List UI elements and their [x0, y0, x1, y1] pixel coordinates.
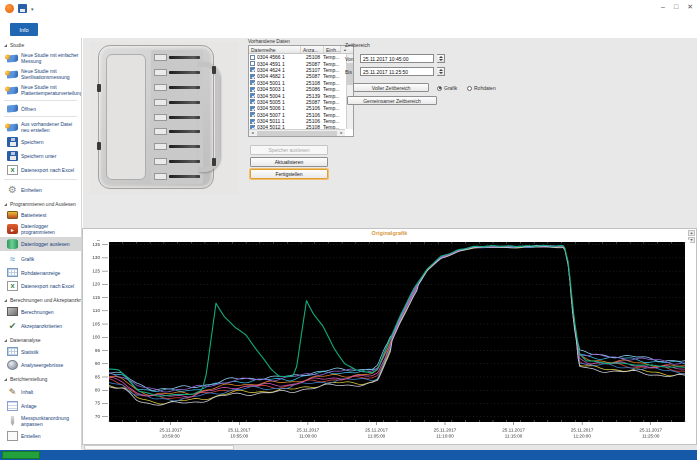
series-name: 0304 4682 1 — [257, 73, 300, 79]
collapse-triangle-icon — [4, 378, 7, 381]
read-memory-button[interactable]: Speicher auslesen — [250, 145, 328, 155]
minimize-button[interactable]: – — [661, 3, 665, 11]
table-row[interactable]: 0304 5005 125087Temp... — [249, 99, 353, 105]
sidebar-item-inhalt[interactable]: ✎Inhalt — [0, 384, 81, 399]
sidebar-item-label: Rohdatenanzeige — [21, 270, 60, 276]
row-checkbox[interactable] — [250, 55, 255, 60]
results-icon — [7, 360, 18, 370]
row-checkbox[interactable] — [250, 106, 255, 111]
quick-access-toolbar: ▾ — [5, 4, 34, 13]
sidebar-item-datenexport-nach-excel[interactable]: XDatenexport nach Excel — [0, 279, 81, 293]
finish-button[interactable]: Fertigstellen — [250, 169, 328, 179]
sidebar-item-label: Datenexport nach Excel — [21, 283, 74, 289]
sidebar-section-header[interactable]: Berechnungen und Akzeptanzkriter... — [0, 293, 81, 305]
row-checkbox[interactable] — [250, 74, 255, 79]
from-label: Von — [345, 56, 357, 62]
row-checkbox[interactable] — [250, 61, 255, 66]
sidebar-item-rohdatenanzeige[interactable]: Rohdatenanzeige — [0, 266, 81, 279]
sidebar-item-grafik[interactable]: ≈Grafik — [0, 251, 81, 266]
scrollbar-thumb[interactable] — [257, 131, 337, 136]
sidebar-section-header[interactable]: Datenanalyse — [0, 333, 81, 345]
sidebar-item-datenlogger-programmieren[interactable]: ▸Datenlogger programmieren — [0, 221, 81, 237]
row-checkbox[interactable] — [250, 87, 255, 92]
sidebar-section-header[interactable]: Studie — [0, 38, 81, 50]
maximize-button[interactable]: □ — [674, 3, 678, 11]
save-icon[interactable] — [18, 4, 27, 13]
column-header-einheit[interactable]: Einh... — [324, 46, 341, 53]
divider — [4, 179, 77, 180]
table-row[interactable]: 0304 4566 125108Temp... — [249, 54, 353, 60]
sidebar-item-neue-studie-mit-sterilisations[interactable]: Neue Studie mit Sterilisationsmessung — [0, 66, 81, 82]
sidebar-item-erstellen[interactable]: Erstellen — [0, 429, 81, 443]
logger-rack — [151, 50, 203, 184]
sidebar-item-label: Messpunktanordnung anpassen — [21, 415, 79, 427]
sidebar-item-batterietest[interactable]: Batterietest — [0, 209, 81, 221]
to-datetime-field[interactable]: 25.11.2017 11:25:50 — [360, 67, 434, 76]
column-header-anzahl[interactable]: Anza... — [301, 46, 324, 53]
refresh-button[interactable]: Aktualisieren — [250, 157, 328, 167]
collapse-triangle-icon — [4, 44, 7, 47]
to-spinner[interactable] — [437, 67, 445, 76]
from-spinner[interactable] — [437, 54, 445, 63]
table-horizontal-scrollbar[interactable]: ◄ ► — [249, 129, 345, 136]
row-checkbox[interactable] — [250, 67, 255, 72]
table-row[interactable]: 0304 4682 125087Temp... — [249, 73, 353, 79]
table-row[interactable]: 0304 4591 125087Temp... — [249, 60, 353, 66]
row-checkbox[interactable] — [250, 99, 255, 104]
row-checkbox[interactable] — [250, 80, 255, 85]
calculations-icon — [7, 307, 18, 316]
sidebar-item-label: Aus vorhandener Datei neu erstellen — [21, 121, 79, 133]
chevron-down-icon[interactable]: ▾ — [31, 6, 34, 12]
full-range-button[interactable]: Voller Zeitbereich — [353, 83, 429, 92]
row-checkbox[interactable] — [250, 93, 255, 98]
table-body: 0304 4566 125108Temp...0304 4591 125087T… — [249, 54, 353, 131]
scroll-right-icon[interactable]: ► — [338, 131, 345, 135]
row-checkbox[interactable] — [250, 112, 255, 117]
radio-grafik[interactable]: Grafik — [437, 85, 457, 91]
radio-rohdaten[interactable]: Rohdaten — [467, 85, 496, 91]
common-range-button[interactable]: Gemeinsamer Zeitbereich — [347, 96, 437, 105]
series-name: 0304 5011 1 — [257, 118, 300, 124]
scroll-left-icon[interactable]: ◄ — [249, 131, 256, 135]
sidebar-item-akzeptanzkriterien[interactable]: ✔Akzeptanzkriterien — [0, 318, 81, 333]
sidebar-item-label: Akzeptanzkriterien — [21, 323, 62, 329]
table-row[interactable]: 0304 5004 125139Temp... — [249, 92, 353, 98]
sidebar-section-header[interactable]: Programmieren und Auslesen — [0, 197, 81, 209]
table-row[interactable]: 0304 5003 125086Temp... — [249, 86, 353, 92]
sidebar-item-datenexport-nach-excel[interactable]: XDatenexport nach Excel — [0, 163, 81, 177]
sidebar-item-einheiten[interactable]: ⚙Einheiten — [0, 182, 81, 197]
sidebar-item-messpunktanordnung-anpassen[interactable]: Messpunktanordnung anpassen — [0, 413, 81, 429]
sidebar-item-aus-vorhandener-datei-neu-erst[interactable]: Aus vorhandener Datei neu erstellen — [0, 119, 81, 135]
logger-slot — [154, 141, 200, 152]
close-button[interactable]: ✕ — [687, 3, 693, 11]
sidebar-item-statistik[interactable]: Statistik — [0, 345, 81, 358]
sidebar-item--ffnen[interactable]: Öffnen — [0, 103, 81, 114]
table-row[interactable]: 0304 5006 125106Temp... — [249, 105, 353, 111]
sidebar-item-berechnungen[interactable]: Berechnungen — [0, 305, 81, 318]
new-study-icon — [7, 54, 18, 62]
slot-connector — [154, 143, 167, 150]
row-checkbox[interactable] — [250, 119, 255, 124]
table-row[interactable]: 0304 5011 125106Temp... — [249, 118, 353, 124]
table-row[interactable]: 0304 5001 125108Temp... — [249, 80, 353, 86]
table-row[interactable]: 0304 4624 125107Temp... — [249, 67, 353, 73]
sidebar-item-speichern-unter[interactable]: Speichern unter — [0, 149, 81, 163]
logger-probe — [169, 116, 200, 119]
sidebar-item-neue-studie-mit-einfacher-mess[interactable]: Neue Studie mit einfacher Messung — [0, 50, 81, 66]
sidebar-item-speichern[interactable]: Speichern — [0, 135, 81, 149]
divider — [4, 100, 77, 101]
sidebar-item-anlage[interactable]: Anlage — [0, 399, 81, 413]
sidebar-item-datenlogger-auslesen[interactable]: Datenlogger auslesen — [0, 237, 81, 251]
sidebar-item-neue-studie-mit-plattentempera[interactable]: Neue Studie mit Plattentemperaturverteil… — [0, 82, 81, 98]
graph-icon: ≈ — [7, 253, 18, 264]
scroll-up-icon[interactable]: ▲ — [688, 230, 695, 236]
column-header-datenreihe[interactable]: Datenreihe — [249, 46, 301, 53]
tab-info[interactable]: Info — [10, 23, 38, 36]
app-logo-icon — [5, 4, 14, 13]
to-label: Bis — [345, 69, 357, 75]
logger-probe — [169, 145, 200, 148]
table-row[interactable]: 0304 5007 125106Temp... — [249, 112, 353, 118]
sidebar-item-analyseergebnisse[interactable]: Analyseergebnisse — [0, 358, 81, 372]
sidebar-section-header[interactable]: Berichterstellung — [0, 372, 81, 384]
from-datetime-field[interactable]: 25.11.2017 10:45:00 — [360, 54, 434, 63]
